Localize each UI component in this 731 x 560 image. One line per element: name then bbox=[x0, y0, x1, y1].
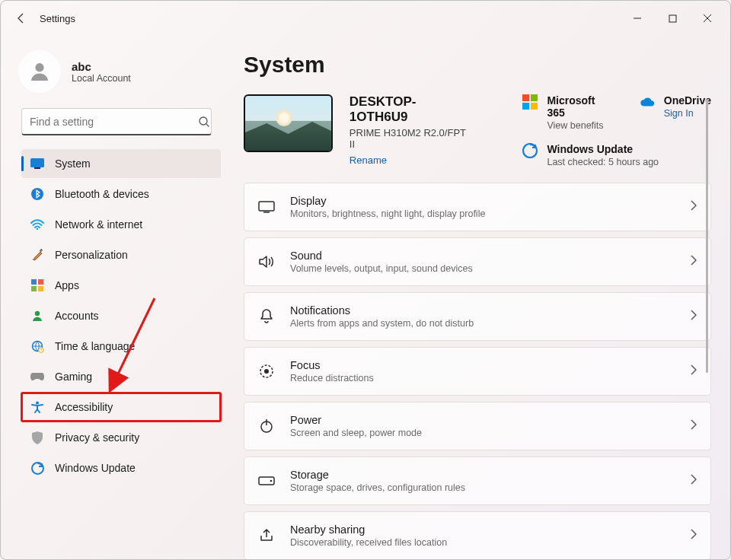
svg-rect-3 bbox=[30, 158, 44, 167]
svg-rect-4 bbox=[34, 167, 40, 169]
promo-onedrive[interactable]: OneDrive Sign In bbox=[640, 94, 711, 131]
search-field[interactable] bbox=[21, 108, 218, 135]
wifi-icon bbox=[30, 218, 44, 231]
sidebar-item-time-language[interactable]: Time & language bbox=[21, 332, 221, 361]
device-model: PRIME H310M2 R2.0/FPT II bbox=[350, 127, 471, 150]
apps-icon bbox=[30, 278, 44, 292]
chevron-right-icon bbox=[691, 310, 697, 323]
sidebar-item-accessibility[interactable]: Accessibility bbox=[21, 393, 221, 422]
close-icon bbox=[703, 14, 712, 23]
promo-subtitle: View benefits bbox=[547, 120, 610, 131]
svg-point-6 bbox=[37, 228, 39, 230]
scrollbar[interactable] bbox=[706, 99, 708, 373]
settings-item-display[interactable]: DisplayMonitors, brightness, night light… bbox=[244, 183, 711, 231]
svg-rect-20 bbox=[522, 103, 529, 110]
brush-icon bbox=[30, 248, 44, 262]
sidebar-item-label: Windows Update bbox=[55, 462, 136, 474]
sidebar-item-accounts[interactable]: Accounts bbox=[21, 301, 221, 330]
arrow-left-icon bbox=[15, 12, 27, 24]
focus-icon bbox=[258, 363, 275, 380]
window-title: Settings bbox=[40, 13, 75, 24]
minimize-icon bbox=[633, 14, 642, 23]
settings-item-storage[interactable]: StorageStorage space, drives, configurat… bbox=[244, 457, 711, 505]
sidebar-item-network[interactable]: Network & internet bbox=[21, 210, 221, 239]
card-title: Sound bbox=[290, 250, 675, 262]
sidebar-item-label: Gaming bbox=[55, 371, 92, 383]
card-subtitle: Volume levels, output, input, sound devi… bbox=[290, 263, 675, 274]
user-name: abc bbox=[72, 60, 131, 73]
sidebar-item-label: Accessibility bbox=[55, 401, 113, 413]
svg-point-15 bbox=[36, 401, 39, 404]
promo-update[interactable]: Windows Update Last checked: 5 hours ago bbox=[522, 143, 711, 167]
power-icon bbox=[258, 418, 275, 434]
sidebar-item-label: System bbox=[55, 158, 91, 170]
promo-m365[interactable]: Microsoft 365 View benefits bbox=[522, 94, 610, 131]
minimize-button[interactable] bbox=[620, 6, 655, 30]
back-button[interactable] bbox=[6, 0, 37, 37]
settings-item-notifications[interactable]: NotificationsAlerts from apps and system… bbox=[244, 292, 711, 341]
bell-icon bbox=[258, 308, 275, 325]
promo-title: OneDrive bbox=[664, 94, 711, 107]
rename-link[interactable]: Rename bbox=[350, 154, 387, 166]
sidebar-item-privacy[interactable]: Privacy & security bbox=[21, 423, 221, 452]
user-subtitle: Local Account bbox=[72, 73, 131, 84]
sidebar-item-personalization[interactable]: Personalization bbox=[21, 240, 221, 269]
gamepad-icon bbox=[30, 370, 44, 383]
promo-title: Microsoft 365 bbox=[547, 94, 610, 119]
account-header[interactable]: abc Local Account bbox=[15, 46, 221, 108]
chevron-right-icon bbox=[691, 255, 697, 269]
promo-subtitle: Last checked: 5 hours ago bbox=[547, 157, 659, 167]
svg-rect-0 bbox=[669, 15, 676, 22]
sidebar-item-bluetooth[interactable]: Bluetooth & devices bbox=[21, 180, 221, 208]
person-icon bbox=[27, 59, 52, 84]
card-subtitle: Discoverability, received files location bbox=[290, 537, 675, 548]
accessibility-icon bbox=[30, 400, 44, 414]
maximize-button[interactable] bbox=[655, 6, 690, 30]
device-hero: DESKTOP-1OTH6U9 PRIME H310M2 R2.0/FPT II… bbox=[244, 94, 711, 167]
settings-item-nearby-sharing[interactable]: Nearby sharingDiscoverability, received … bbox=[244, 511, 711, 560]
svg-rect-11 bbox=[38, 286, 43, 291]
search-icon bbox=[198, 116, 210, 128]
promo-subtitle: Sign In bbox=[664, 108, 711, 119]
sidebar-item-gaming[interactable]: Gaming bbox=[21, 362, 221, 391]
microsoft-icon bbox=[522, 94, 538, 110]
card-title: Storage bbox=[290, 469, 675, 481]
sidebar-item-label: Personalization bbox=[55, 249, 128, 261]
sidebar-item-system[interactable]: System bbox=[21, 149, 221, 178]
card-title: Display bbox=[290, 195, 675, 207]
svg-rect-23 bbox=[259, 202, 274, 211]
svg-point-28 bbox=[270, 480, 273, 482]
search-input[interactable] bbox=[21, 108, 212, 135]
display-icon bbox=[258, 199, 275, 215]
svg-rect-7 bbox=[40, 249, 43, 253]
cloud-icon bbox=[640, 94, 655, 110]
sidebar-item-label: Apps bbox=[55, 279, 79, 291]
main-content: System DESKTOP-1OTH6U9 PRIME H310M2 R2.0… bbox=[244, 46, 711, 554]
close-button[interactable] bbox=[690, 6, 725, 30]
sidebar-item-label: Accounts bbox=[55, 310, 99, 322]
avatar bbox=[18, 50, 61, 93]
card-title: Notifications bbox=[290, 304, 675, 317]
card-subtitle: Storage space, drives, configuration rul… bbox=[290, 482, 675, 493]
promo-title: Windows Update bbox=[547, 143, 659, 155]
settings-item-sound[interactable]: SoundVolume levels, output, input, sound… bbox=[244, 237, 711, 286]
update-icon bbox=[30, 461, 44, 475]
sidebar-item-windows-update[interactable]: Windows Update bbox=[21, 453, 221, 482]
svg-rect-18 bbox=[522, 94, 529, 101]
sidebar-item-label: Time & language bbox=[55, 340, 135, 352]
svg-point-12 bbox=[35, 311, 40, 316]
svg-rect-8 bbox=[31, 279, 37, 285]
sidebar: abc Local Account System Bluetooth & dev… bbox=[15, 46, 221, 482]
card-subtitle: Reduce distractions bbox=[290, 373, 675, 383]
settings-item-power[interactable]: PowerScreen and sleep, power mode bbox=[244, 402, 711, 450]
storage-icon bbox=[258, 473, 275, 489]
titlebar: Settings bbox=[0, 0, 731, 37]
chevron-right-icon bbox=[691, 419, 697, 433]
settings-list: DisplayMonitors, brightness, night light… bbox=[244, 183, 711, 560]
maximize-icon bbox=[669, 14, 677, 23]
svg-rect-19 bbox=[531, 94, 538, 101]
device-name: DESKTOP-1OTH6U9 bbox=[350, 94, 471, 125]
settings-item-focus[interactable]: FocusReduce distractions bbox=[244, 347, 711, 396]
update-icon bbox=[522, 143, 538, 158]
sidebar-item-apps[interactable]: Apps bbox=[21, 271, 221, 300]
